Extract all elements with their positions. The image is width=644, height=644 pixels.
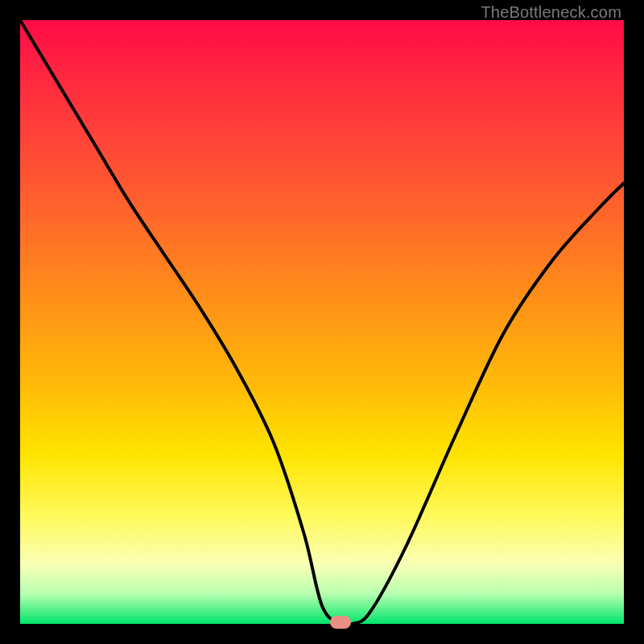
chart-frame: TheBottleneck.com [0, 0, 644, 644]
plot-area [20, 20, 624, 624]
optimum-marker [330, 616, 351, 629]
watermark-text: TheBottleneck.com [481, 3, 621, 22]
bottleneck-curve [20, 20, 624, 624]
